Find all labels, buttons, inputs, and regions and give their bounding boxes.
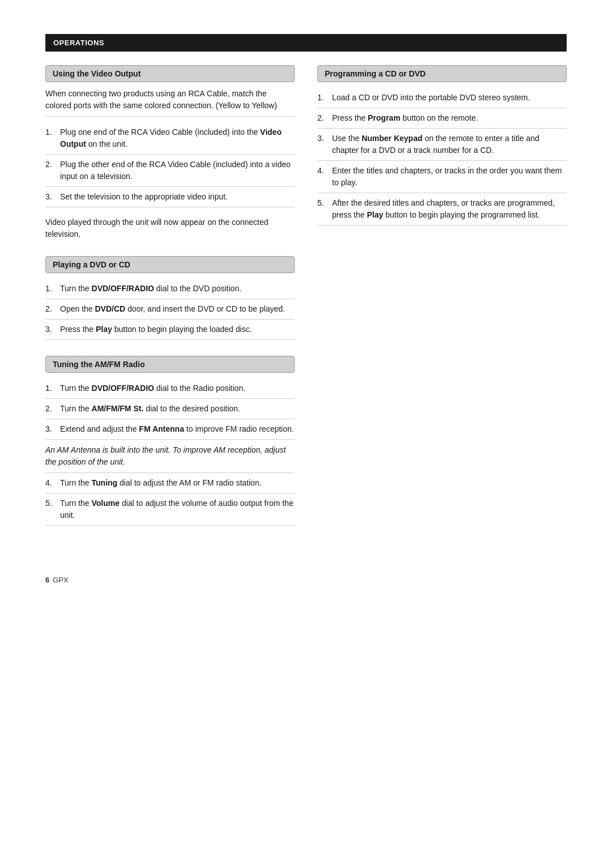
video-output-section: Using the Video Output When connecting t… xyxy=(45,65,295,240)
brand-name: GPX xyxy=(53,576,68,584)
video-output-footer: Video played through the unit will now a… xyxy=(45,212,295,240)
video-output-intro: When connecting two products using an RC… xyxy=(45,88,295,117)
operations-header: OPERATIONS xyxy=(45,34,567,52)
tuning-radio-list-2: Turn the Tuning dial to adjust the AM or… xyxy=(45,473,295,526)
am-antenna-note: An AM Antenna is built into the unit. To… xyxy=(45,440,295,473)
list-item-text: Turn the AM/FM/FM St. dial to the desire… xyxy=(60,403,295,415)
list-item: Press the Play button to begin playing t… xyxy=(45,320,295,340)
list-item: Turn the Tuning dial to adjust the AM or… xyxy=(45,473,295,493)
list-item-text: Press the Program button on the remote. xyxy=(332,112,567,124)
programming-cd-heading: Programming a CD or DVD xyxy=(317,65,567,82)
list-item: Plug the other end of the RCA Video Cabl… xyxy=(45,155,295,187)
list-item: After the desired titles and chapters, o… xyxy=(317,193,567,225)
list-item: Load a CD or DVD into the portable DVD s… xyxy=(317,88,567,108)
tuning-radio-list: Turn the DVD/OFF/RADIO dial to the Radio… xyxy=(45,378,295,440)
list-item-text: Plug the other end of the RCA Video Cabl… xyxy=(60,159,295,182)
list-item: Extend and adjust the FM Antenna to impr… xyxy=(45,419,295,440)
list-item-text: Turn the DVD/OFF/RADIO dial to the DVD p… xyxy=(60,283,295,295)
video-output-heading: Using the Video Output xyxy=(45,65,295,82)
list-item-text: Extend and adjust the FM Antenna to impr… xyxy=(60,423,295,435)
list-item-text: After the desired titles and chapters, o… xyxy=(332,197,567,221)
list-item-text: Turn the Tuning dial to adjust the AM or… xyxy=(60,477,295,489)
list-item: Turn the AM/FM/FM St. dial to the desire… xyxy=(45,399,295,419)
video-output-list: Plug one end of the RCA Video Cable (inc… xyxy=(45,122,295,207)
playing-dvd-section: Playing a DVD or CD Turn the DVD/OFF/RAD… xyxy=(45,256,295,340)
tuning-radio-heading: Tuning the AM/FM Radio xyxy=(45,356,295,373)
page-number: 6 xyxy=(45,576,49,584)
playing-dvd-list: Turn the DVD/OFF/RADIO dial to the DVD p… xyxy=(45,279,295,340)
list-item-text: Open the DVD/CD door, and insert the DVD… xyxy=(60,303,295,315)
programming-cd-list: Load a CD or DVD into the portable DVD s… xyxy=(317,88,567,225)
list-item: Enter the titles and chapters, or tracks… xyxy=(317,161,567,193)
list-item: Set the television to the appropriate vi… xyxy=(45,187,295,207)
programming-cd-section: Programming a CD or DVD Load a CD or DVD… xyxy=(317,65,567,225)
list-item-text: Enter the titles and chapters, or tracks… xyxy=(332,165,567,189)
list-item-text: Set the television to the appropriate vi… xyxy=(60,191,295,203)
list-item-text: Use the Number Keypad on the remote to e… xyxy=(332,133,567,156)
page-footer: 6 GPX xyxy=(45,576,567,584)
list-item: Press the Program button on the remote. xyxy=(317,108,567,129)
list-item: Plug one end of the RCA Video Cable (inc… xyxy=(45,122,295,155)
list-item: Turn the DVD/OFF/RADIO dial to the Radio… xyxy=(45,378,295,399)
playing-dvd-heading: Playing a DVD or CD xyxy=(45,256,295,273)
list-item-text: Turn the DVD/OFF/RADIO dial to the Radio… xyxy=(60,382,295,394)
list-item: Use the Number Keypad on the remote to e… xyxy=(317,129,567,161)
list-item: Open the DVD/CD door, and insert the DVD… xyxy=(45,299,295,320)
list-item-text: Plug one end of the RCA Video Cable (inc… xyxy=(60,126,295,150)
list-item: Turn the DVD/OFF/RADIO dial to the DVD p… xyxy=(45,279,295,299)
list-item: Turn the Volume dial to adjust the volum… xyxy=(45,493,295,526)
list-item-text: Load a CD or DVD into the portable DVD s… xyxy=(332,92,567,104)
tuning-radio-section: Tuning the AM/FM Radio Turn the DVD/OFF/… xyxy=(45,356,295,526)
list-item-text: Press the Play button to begin playing t… xyxy=(60,324,295,335)
list-item-text: Turn the Volume dial to adjust the volum… xyxy=(60,497,295,521)
